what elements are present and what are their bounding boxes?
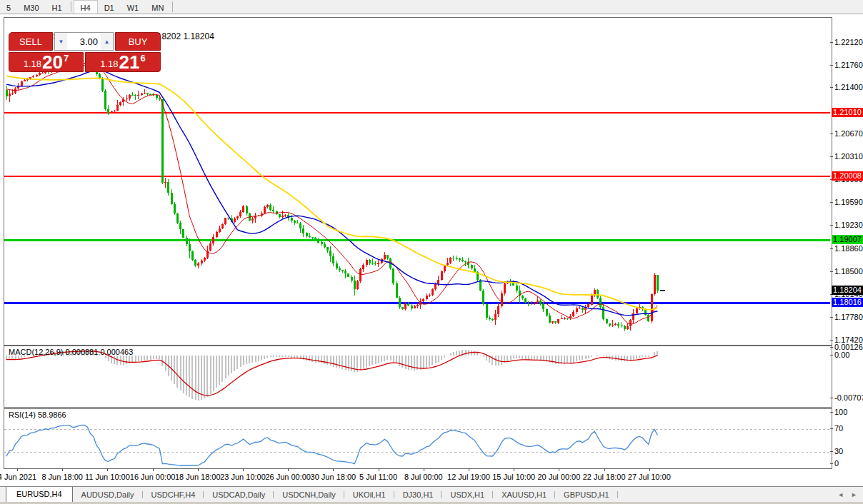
date-tick bbox=[559, 468, 559, 471]
price-tick-label: 1.19590 bbox=[834, 198, 863, 206]
toolbar-divider bbox=[172, 1, 173, 12]
timeframe-button-mn[interactable]: MN bbox=[145, 0, 170, 14]
rsi-tick-label: 0 bbox=[834, 459, 839, 468]
date-label: 30 Jun 18:00 bbox=[311, 473, 356, 481]
one-click-trading-panel: SELL ▼ 3.00 ▲ BUY 1.18 20 7 1.18 21 6 bbox=[9, 32, 161, 72]
symbol-tab-gbpusd[interactable]: GBPUSD,H1 bbox=[555, 488, 618, 501]
price-level-lines bbox=[4, 113, 830, 303]
price-level-badge: 1.21010 bbox=[832, 108, 863, 117]
volume-input[interactable]: 3.00 bbox=[67, 33, 101, 50]
date-tick bbox=[424, 468, 424, 471]
date-label: 8 Jun 18:00 bbox=[41, 473, 83, 481]
price-tick-label: 1.18500 bbox=[834, 267, 863, 276]
price-tick-label: 1.21400 bbox=[834, 83, 863, 91]
date-label: 26 Jun 00:00 bbox=[265, 473, 311, 481]
price-level-badge: 1.19007 bbox=[832, 235, 863, 244]
timeframe-button-w1[interactable]: W1 bbox=[121, 0, 146, 14]
date-label: 4 Jun 2021 bbox=[0, 473, 36, 481]
symbol-tab-eurusd[interactable]: EURUSD,H4 bbox=[6, 487, 73, 503]
price-level-badge: 1.18016 bbox=[832, 298, 863, 307]
volume-stepper: ▼ 3.00 ▲ bbox=[54, 32, 114, 51]
symbol-tab-usdcnh[interactable]: USDCNH,Daily bbox=[274, 488, 344, 501]
date-tick bbox=[17, 468, 18, 471]
date-tick bbox=[107, 468, 108, 471]
date-label: 16 Jun 00:00 bbox=[130, 473, 176, 481]
toolbar-divider bbox=[71, 1, 71, 12]
timeframe-button-d1[interactable]: D1 bbox=[98, 0, 121, 14]
symbol-tab-usdchf[interactable]: USDCHF,H4 bbox=[143, 488, 204, 501]
price-tick-label: 1.19230 bbox=[834, 221, 863, 229]
macd-signal-line bbox=[6, 351, 657, 395]
price-tick-label: 1.22120 bbox=[834, 38, 863, 46]
date-tick bbox=[469, 468, 469, 471]
date-tick bbox=[62, 468, 63, 471]
macd-tick-label: 0.00 bbox=[834, 351, 849, 359]
date-label: 22 Jul 18:00 bbox=[583, 473, 626, 481]
date-label: 11 Jun 10:00 bbox=[85, 473, 130, 481]
tab-scroll-controls: ◄► bbox=[837, 491, 857, 498]
date-label: 18 Jun 18:00 bbox=[175, 473, 221, 481]
price-tick-label: 1.17780 bbox=[834, 313, 863, 321]
timeframe-button-m30[interactable]: M30 bbox=[17, 0, 45, 14]
macd-tick-label: -0.007073 bbox=[834, 393, 863, 402]
macd-label: MACD(12,26,9) 0.000881 0.000463 bbox=[9, 348, 133, 356]
volume-decrease-button[interactable]: ▼ bbox=[55, 33, 67, 50]
price-level-badge: 1.20008 bbox=[832, 171, 863, 181]
symbol-tab-xauusd[interactable]: XAUUSD,H1 bbox=[493, 488, 555, 501]
rsi-chart[interactable] bbox=[4, 409, 830, 467]
volume-increase-button[interactable]: ▲ bbox=[101, 33, 113, 50]
date-tick bbox=[288, 468, 289, 471]
timeframe-toolbar: 5M30H1H4D1W1MN bbox=[0, 0, 863, 14]
rsi-label: RSI(14) 58.9866 bbox=[9, 410, 66, 419]
rsi-tick-label: 70 bbox=[834, 424, 843, 433]
date-axis: 4 Jun 20218 Jun 18:0011 Jun 10:0016 Jun … bbox=[4, 468, 863, 485]
moving-average-lines bbox=[6, 65, 657, 324]
date-label: 20 Jul 00:00 bbox=[537, 473, 580, 481]
date-tick bbox=[379, 468, 379, 471]
macd-indicator-pane[interactable]: MACD(12,26,9) 0.000881 0.000463 bbox=[4, 346, 832, 408]
date-tick bbox=[243, 468, 244, 471]
candles-layer bbox=[6, 62, 659, 332]
rsi-tick-label: 100 bbox=[834, 408, 847, 416]
symbol-tab-dj30[interactable]: DJ30,H1 bbox=[394, 488, 442, 501]
date-label: 15 Jul 10:00 bbox=[492, 473, 535, 481]
price-tick-label: 1.21760 bbox=[834, 61, 863, 69]
symbol-tab-usdx[interactable]: USDX,H1 bbox=[442, 488, 493, 501]
date-tick bbox=[198, 468, 199, 471]
tab-scroll-left-icon[interactable]: ◄ bbox=[837, 491, 844, 498]
symbol-tab-bar: EURUSD,H4AUDUSD,DailyUSDCHF,H4USDCAD,Dai… bbox=[0, 486, 863, 503]
price-tick-label: 1.18860 bbox=[834, 244, 863, 253]
symbol-tab-ukoil[interactable]: UKOil,H1 bbox=[344, 488, 394, 501]
rsi-indicator-pane[interactable]: RSI(14) 58.9866 bbox=[4, 408, 832, 469]
buy-price[interactable]: 1.18 21 6 bbox=[85, 52, 161, 72]
trading-terminal: 5M30H1H4D1W1MN ▲EURUSD,H4 1.18202 1.1821… bbox=[0, 0, 863, 504]
date-label: 12 Jul 19:00 bbox=[447, 473, 490, 481]
symbol-tab-usdcad[interactable]: USDCAD,Daily bbox=[204, 488, 274, 501]
timeframe-button-5[interactable]: 5 bbox=[0, 0, 17, 14]
timeframe-button-h4[interactable]: H4 bbox=[74, 0, 98, 14]
date-tick bbox=[333, 468, 334, 471]
price-tick-label: 1.20310 bbox=[834, 152, 863, 161]
date-tick bbox=[153, 468, 154, 471]
date-tick bbox=[604, 468, 605, 471]
current-price-badge: 1.18204 bbox=[832, 286, 863, 295]
symbol-tab-audusd[interactable]: AUDUSD,Daily bbox=[73, 488, 143, 501]
price-tick-label: 1.20670 bbox=[834, 129, 863, 138]
date-label: 27 Jul 10:00 bbox=[628, 473, 671, 481]
sell-button[interactable]: SELL bbox=[9, 32, 53, 51]
timeframe-button-h1[interactable]: H1 bbox=[46, 0, 69, 14]
rsi-line bbox=[6, 425, 657, 466]
rsi-level-lines bbox=[4, 429, 830, 452]
tab-scroll-right-icon[interactable]: ► bbox=[851, 491, 857, 498]
rsi-tick-label: 30 bbox=[834, 447, 843, 455]
date-tick bbox=[649, 468, 650, 471]
sell-price[interactable]: 1.18 20 7 bbox=[9, 52, 84, 72]
macd-histogram bbox=[6, 350, 657, 400]
date-label: 8 Jul 00:00 bbox=[404, 473, 443, 481]
buy-button[interactable]: BUY bbox=[115, 32, 161, 51]
date-label: 5 Jul 11:00 bbox=[359, 473, 397, 481]
date-label: 23 Jun 10:00 bbox=[220, 473, 266, 481]
date-tick bbox=[514, 468, 514, 471]
